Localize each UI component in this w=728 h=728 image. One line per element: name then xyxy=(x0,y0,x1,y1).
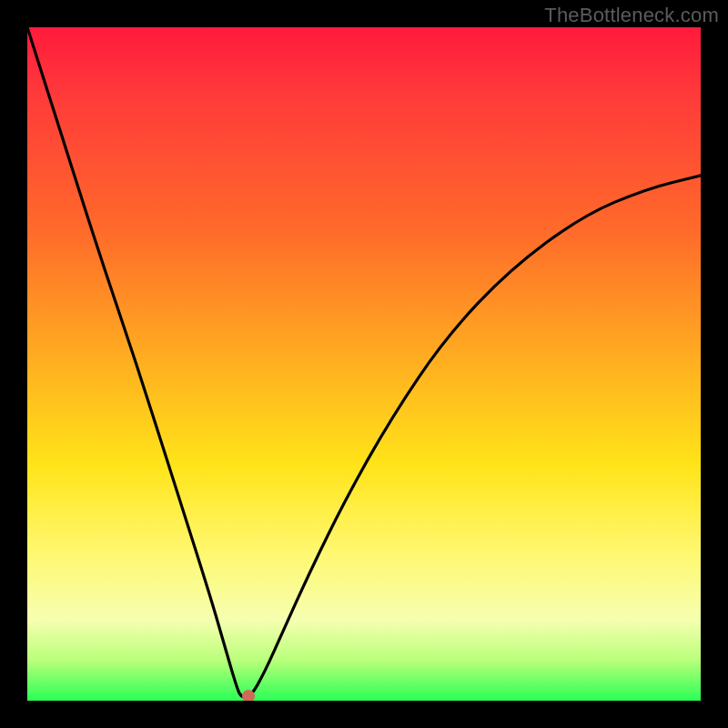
bottleneck-curve xyxy=(27,27,701,701)
chart-frame: TheBottleneck.com xyxy=(0,0,728,728)
optimal-point-marker xyxy=(242,690,255,701)
watermark-text: TheBottleneck.com xyxy=(544,4,719,27)
plot-area xyxy=(27,27,701,701)
